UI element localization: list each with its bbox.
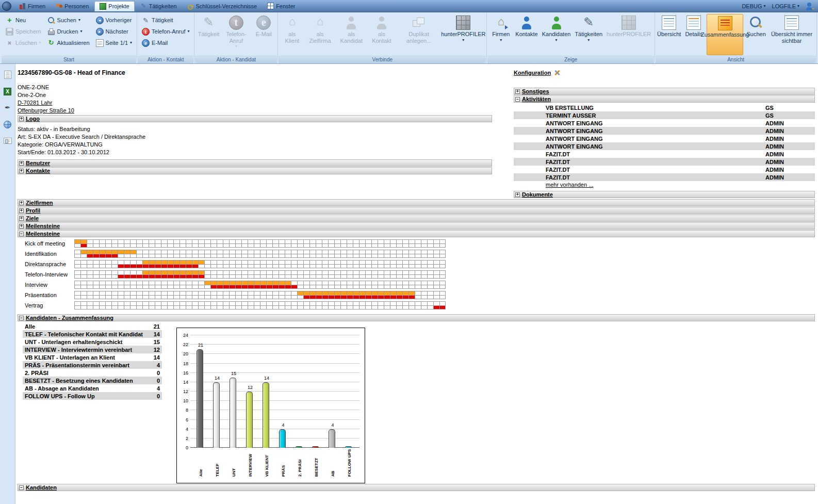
gantt-cell	[149, 274, 155, 279]
expand-icon[interactable]	[19, 201, 24, 205]
button-e-mail[interactable]: E-Mail	[139, 38, 192, 48]
button-kandidaten[interactable]: Kandidaten	[541, 14, 572, 55]
activity-row[interactable]: ANTWORT EINGANGADMIN	[514, 142, 815, 150]
expand-icon[interactable]	[515, 192, 520, 197]
section-kontakte[interactable]: Kontakte	[18, 167, 492, 174]
expand-icon[interactable]	[19, 216, 24, 221]
collapse-icon[interactable]	[19, 232, 24, 236]
button-kontakte[interactable]: Kontakte	[514, 14, 539, 55]
activity-row[interactable]: ANTWORT EINGANGADMIN	[514, 127, 815, 135]
tab-projekte[interactable]: Projekte	[94, 1, 134, 11]
expand-icon[interactable]	[19, 208, 24, 213]
tab-firmen[interactable]: Firmen	[14, 1, 50, 11]
section-label-meilensteine[interactable]: Meilensteine	[26, 223, 60, 229]
collapse-icon[interactable]	[515, 97, 520, 102]
button-tätigkeiten[interactable]: Tätigkeiten	[573, 14, 604, 55]
konfiguration-link[interactable]: Konfiguration	[514, 69, 815, 76]
section-zielfirmen[interactable]: Zielfirmen	[18, 199, 815, 206]
section-kandidaten[interactable]: Kandidaten	[18, 484, 815, 491]
section-label-profil[interactable]: Profil	[26, 207, 40, 214]
section-dokumente[interactable]: Dokumente	[514, 191, 815, 198]
tab-personen[interactable]: Personen	[51, 1, 93, 11]
toolbar-button-signature-icon[interactable]	[3, 103, 12, 112]
gantt-cell	[149, 260, 155, 264]
gantt-cell	[155, 239, 161, 243]
button-nächster[interactable]: Nächster	[93, 26, 135, 37]
button-übersicht[interactable]: Übersicht	[657, 14, 681, 55]
button-firmen[interactable]: Firmen	[489, 14, 513, 55]
button-seite-1-1[interactable]: Seite 1/1	[93, 38, 135, 48]
gantt-cell	[93, 305, 99, 310]
summary-label: UNT - Unterlagen erhalten/geschickt	[25, 339, 146, 345]
toolbar-button-globe-icon[interactable]	[3, 120, 12, 129]
button-suchen[interactable]: Suchen	[744, 14, 768, 55]
company-city-link[interactable]: D-70281 Lahr	[18, 99, 492, 107]
button-hunterprofiler[interactable]: hunterPROFILER	[442, 14, 484, 55]
section-ziele[interactable]: Ziele	[18, 215, 815, 222]
button-suchen[interactable]: Suchen	[45, 15, 92, 25]
button-drucken[interactable]: Drucken	[45, 26, 92, 37]
app-logo-icon[interactable]	[2, 2, 11, 11]
expand-icon[interactable]	[19, 117, 24, 121]
more-activities-link[interactable]: mehr vorhanden ...	[514, 181, 815, 189]
section-label-sonstiges[interactable]: Sonstiges	[522, 88, 549, 94]
section-sonstiges[interactable]: Sonstiges	[514, 88, 815, 95]
collapse-icon[interactable]	[19, 485, 24, 490]
button-zusammenfassung[interactable]: Zusammenfassung	[707, 14, 743, 55]
section-profil[interactable]: Profil	[18, 207, 815, 214]
menu-debug[interactable]: DEBUG	[742, 3, 765, 9]
toolbar-button-document-icon[interactable]	[3, 70, 12, 79]
section-label-kontakte[interactable]: Kontakte	[26, 168, 50, 174]
section-aktivitaeten[interactable]: Aktivitäten	[514, 95, 815, 103]
section-label-meilensteine-expanded[interactable]: Meilensteine	[26, 231, 60, 237]
wrench-icon	[553, 69, 561, 76]
activity-row[interactable]: VB ERSTELLUNGGS	[514, 104, 815, 111]
company-street-link[interactable]: Offenburger Straße 10	[18, 107, 492, 115]
section-label-zielfirmen[interactable]: Zielfirmen	[26, 200, 53, 206]
expand-icon[interactable]	[515, 89, 520, 94]
button-aktualisieren[interactable]: Aktualisieren	[45, 38, 92, 48]
gantt-cell	[347, 301, 353, 305]
button-tätigkeit[interactable]: Tätigkeit	[139, 15, 192, 25]
tab-fenster[interactable]: Fenster	[263, 1, 300, 11]
section-label-benutzer[interactable]: Benutzer	[26, 160, 50, 166]
section-label-aktivitaeten[interactable]: Aktivitäten	[522, 96, 551, 102]
toolbar-button-contact-card-icon[interactable]	[3, 136, 12, 145]
gantt-cell	[340, 301, 347, 305]
activity-row[interactable]: ANTWORT EINGANGADMIN	[514, 135, 815, 142]
section-label-dokumente[interactable]: Dokumente	[522, 191, 553, 198]
section-label-kandidaten-zusammenfassung[interactable]: Kandidaten - Zusammenfassung	[26, 315, 113, 321]
collapse-icon[interactable]	[19, 316, 24, 320]
button-übersicht-immer-sichtbar[interactable]: Übersicht immer sichtbar	[769, 14, 814, 55]
tab-schluessel-verzeichnisse[interactable]: Schlüssel-Verzeichnisse	[183, 1, 262, 11]
expand-icon[interactable]	[19, 161, 24, 166]
activity-row[interactable]: FAZIT.DTADMIN	[514, 150, 815, 158]
section-kandidaten-zusammenfassung[interactable]: Kandidaten - Zusammenfassung	[18, 314, 815, 321]
activity-row[interactable]: FAZIT.DTADMIN	[514, 158, 815, 166]
section-benutzer[interactable]: Benutzer	[18, 159, 492, 167]
section-label-ziele[interactable]: Ziele	[26, 215, 39, 221]
konfiguration-label[interactable]: Konfiguration	[514, 70, 551, 76]
section-label-kandidaten[interactable]: Kandidaten	[26, 484, 57, 491]
menu-logfile[interactable]: LOGFILE	[772, 3, 799, 9]
caret-down-icon	[462, 38, 464, 42]
tab-taetigkeiten[interactable]: Tätigkeiten	[136, 1, 182, 11]
activity-user: ADMIN	[765, 167, 815, 173]
button-vorheriger[interactable]: Vorheriger	[93, 15, 135, 25]
activity-row[interactable]: FAZIT.DTADMIN	[514, 173, 815, 181]
section-logo[interactable]: Logo	[18, 115, 492, 122]
activity-row[interactable]: ANTWORT EINGANGADMIN	[514, 119, 815, 127]
company-name-2[interactable]: One-2-One	[18, 91, 492, 99]
toolbar-button-excel-icon[interactable]	[3, 87, 12, 96]
expand-icon[interactable]	[19, 169, 24, 173]
expand-icon[interactable]	[19, 224, 24, 229]
section-meilensteine[interactable]: Meilensteine	[18, 230, 815, 237]
gantt-cell	[155, 254, 161, 258]
section-label-logo[interactable]: Logo	[26, 116, 40, 122]
button-telefon-anruf[interactable]: Telefon-Anruf	[139, 26, 192, 37]
button-neu[interactable]: Neu	[3, 15, 44, 25]
chart-bar	[279, 429, 286, 448]
activity-row[interactable]: FAZIT.DTADMIN	[514, 166, 815, 173]
activity-row[interactable]: TERMINT AUSSERGS	[514, 111, 815, 119]
section-meilensteine-collapsed[interactable]: Meilensteine	[18, 222, 815, 230]
